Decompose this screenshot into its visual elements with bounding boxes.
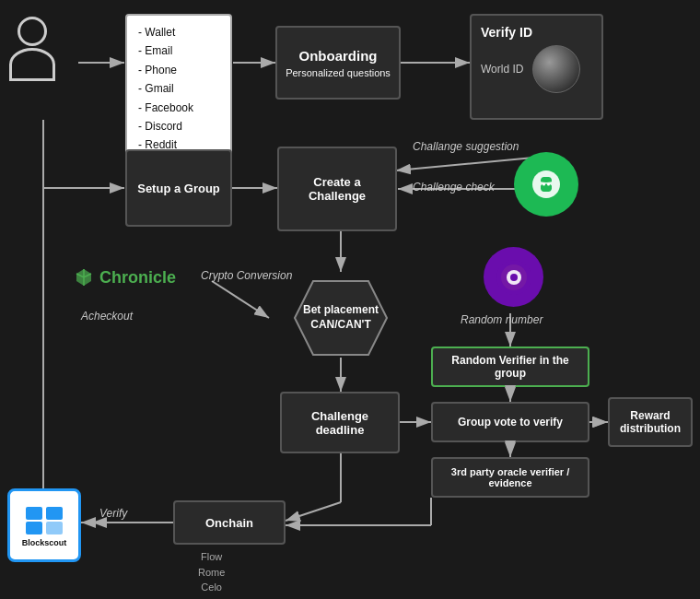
random-verifier-box: Random Verifier in the group (431, 346, 589, 387)
verify-label: Verify (99, 507, 127, 520)
world-id-ball (532, 45, 580, 93)
svg-rect-35 (46, 522, 63, 534)
setup-group-box: Setup a Group (125, 149, 232, 227)
acheckout-label: Acheckout (81, 310, 133, 323)
challenge-deadline-box: Challenge deadline (280, 392, 400, 453)
chronicle-logo: Chronicle (74, 267, 176, 288)
blockscout-box: Blockscout (7, 488, 81, 562)
login-options-list: - Wallet - Email - Phone - Gmail - Faceb… (125, 14, 232, 164)
bet-placement-hexagon: Bet placement CAN/CAN'T (276, 272, 405, 364)
svg-rect-32 (26, 507, 42, 520)
challenge-suggestion-label: Challange suggestion (413, 140, 519, 153)
third-party-oracle-box: 3rd party oracle verifier / evidence (431, 457, 589, 498)
chatgpt-icon (514, 152, 578, 217)
create-challenge-box: Create a Challenge (277, 147, 397, 231)
svg-point-25 (542, 183, 545, 186)
svg-line-20 (286, 502, 341, 521)
svg-line-10 (212, 281, 269, 318)
svg-rect-33 (46, 507, 63, 520)
flow-rome-celo-label: FlowRomeCelo (198, 549, 225, 595)
polylink-icon (484, 247, 543, 307)
verify-id-box: Verify ID World ID (470, 14, 603, 120)
svg-point-26 (547, 183, 550, 186)
onboarding-box: Onboarding Personalized questions (275, 26, 401, 100)
user-icon (9, 17, 55, 81)
challenge-check-label: Challenge check (413, 181, 495, 194)
svg-rect-34 (26, 522, 42, 534)
onchain-box: Onchain (173, 500, 286, 545)
reward-distribution-box: Reward distribution (608, 397, 693, 447)
svg-point-31 (510, 274, 518, 281)
random-number-label: Random number (461, 313, 542, 326)
group-vote-box: Group vote to verify (431, 402, 589, 442)
